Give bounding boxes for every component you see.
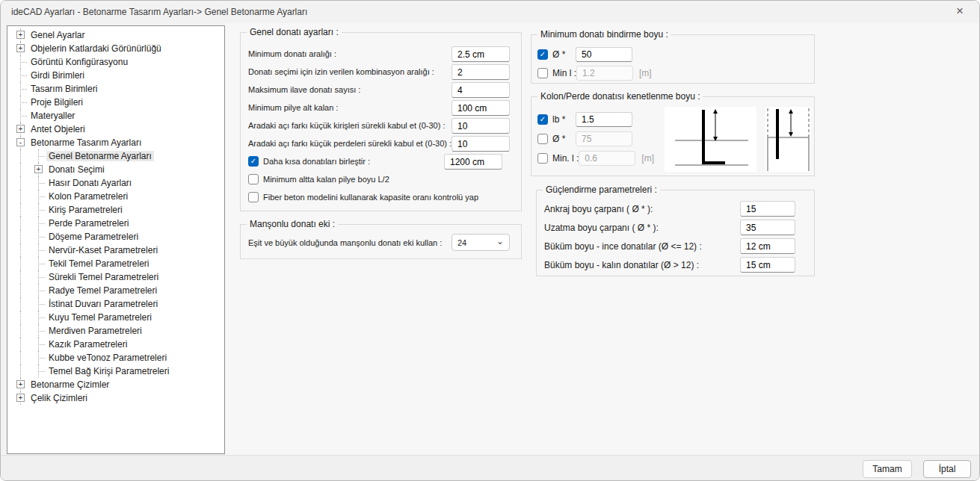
tree-item[interactable]: + Betonarme Çizimler <box>7 378 224 391</box>
field-label: Minimum donatı aralığı : <box>248 49 336 58</box>
tree-item[interactable]: Merdiven Parametreleri <box>7 324 224 338</box>
tree-item-label: Kubbe veTonoz Parametreleri <box>46 353 169 363</box>
tree-leaf-connector <box>20 89 27 90</box>
field-input[interactable] <box>576 66 633 81</box>
anchorage-diagram-l-bar <box>665 107 756 172</box>
tree-item-label: Nervür-Kaset Parametreleri <box>46 245 160 255</box>
field-input[interactable] <box>740 220 795 235</box>
field-input[interactable] <box>579 151 635 166</box>
tree-item[interactable]: Materyaller <box>7 109 224 122</box>
checkbox[interactable]: ✓ <box>248 192 259 202</box>
tree-item-label: Objelerin Katlardaki Görünürlüğü <box>28 43 164 54</box>
tree-expander-icon[interactable]: + <box>16 125 25 133</box>
tree-expander-icon[interactable]: + <box>16 31 25 39</box>
settings-content: Genel donatı ayarları : Minimum donatı a… <box>225 23 979 455</box>
field-input[interactable] <box>576 112 632 127</box>
tree-item[interactable]: Görüntü Konfigürasyonu <box>7 55 224 69</box>
tree-item[interactable]: + Antet Objeleri <box>7 122 224 136</box>
tree-item[interactable]: Genel Betonarme Ayarları <box>7 149 224 163</box>
tree-item[interactable]: Kuyu Temel Parametreleri <box>7 311 224 324</box>
tree-expander-icon[interactable]: + <box>16 394 25 402</box>
cancel-button[interactable]: İptal <box>923 460 971 478</box>
tree-item[interactable]: Hasır Donatı Ayarları <box>7 176 224 190</box>
field-input[interactable] <box>452 136 510 152</box>
checkbox[interactable]: ✓ <box>537 153 548 164</box>
form-row: Maksimum ilave donatı sayısı : <box>241 81 521 99</box>
tree-item[interactable]: Proje Bilgileri <box>7 96 224 109</box>
tree-item[interactable]: Tasarım Birimleri <box>7 82 224 96</box>
checkbox[interactable]: ✓ <box>248 156 259 167</box>
ok-button[interactable]: Tamam <box>863 460 912 478</box>
tree-leaf-connector <box>38 156 45 157</box>
field-input[interactable] <box>444 154 502 170</box>
mansonlu-dropdown[interactable]: 24 ⌄ <box>452 234 510 251</box>
field-input[interactable] <box>452 118 510 134</box>
field-input[interactable] <box>740 201 795 217</box>
checkmark-icon: ✓ <box>250 158 256 165</box>
tree-item-label: Kiriş Parametreleri <box>46 205 125 215</box>
field-input[interactable] <box>452 82 510 98</box>
tree-item[interactable]: + Objelerin Katlardaki Görünürlüğü <box>7 42 224 55</box>
tree-connector-line <box>20 190 21 203</box>
close-icon[interactable]: × <box>949 1 970 23</box>
field-label: Büküm boyu - kalın donatılar (Ø > 12) : <box>544 260 699 270</box>
tree-item[interactable]: + Genel Ayarlar <box>7 28 224 42</box>
tree-item[interactable]: Kubbe veTonoz Parametreleri <box>7 351 224 364</box>
tree-leaf-connector <box>38 291 45 291</box>
tree-expander-icon[interactable]: - <box>16 138 25 146</box>
tree-item[interactable]: İstinat Duvarı Parametreleri <box>7 297 224 311</box>
tree-item[interactable]: - Betonarme Tasarım Ayarları <box>7 136 224 149</box>
tree-connector-line <box>20 311 21 324</box>
form-row: Aradaki açı farkı küçük perdeleri sürekl… <box>241 134 521 152</box>
tree-item[interactable]: Temel Bağ Kirişi Parametreleri <box>7 364 224 378</box>
tree-expander-icon[interactable]: + <box>16 380 25 388</box>
tree-item[interactable]: Nervür-Kaset Parametreleri <box>7 243 224 257</box>
tree-leaf-connector <box>20 75 27 76</box>
tree-item[interactable]: + Donatı Seçimi <box>7 163 224 176</box>
field-label: Aradaki açı farkı küçük kirişleri sürekl… <box>248 121 445 130</box>
tree-item-label: Proje Bilgileri <box>28 97 85 108</box>
checkbox[interactable]: ✓ <box>537 134 548 144</box>
tree-item-label: Sürekli Temel Parametreleri <box>46 272 161 282</box>
checkbox[interactable]: ✓ <box>537 114 548 125</box>
tree-item[interactable]: Kazık Parametreleri <box>7 338 224 351</box>
field-input[interactable] <box>740 257 795 273</box>
tree-connector-line <box>20 351 21 364</box>
checkbox[interactable]: ✓ <box>537 68 548 78</box>
checkmark-icon: ✓ <box>540 51 546 58</box>
checkbox-label: Minimum altta kalan pilye boyu L/2 <box>263 175 389 184</box>
tree-leaf-connector <box>20 116 27 117</box>
field-input[interactable] <box>452 46 510 62</box>
chevron-down-icon: ⌄ <box>496 238 504 244</box>
field-input[interactable] <box>576 131 632 146</box>
tree-expander-icon[interactable]: + <box>34 165 43 173</box>
field-input[interactable] <box>452 100 510 116</box>
tree-item[interactable]: Girdi Birimleri <box>7 69 224 82</box>
tree-item[interactable]: + Çelik Çizimleri <box>7 391 224 405</box>
tree-item-label: Temel Bağ Kirişi Parametreleri <box>46 366 171 376</box>
checkbox[interactable]: ✓ <box>248 174 259 184</box>
tree-leaf-connector <box>38 223 45 224</box>
tree-item[interactable]: Perde Parametreleri <box>7 217 224 230</box>
tree-item[interactable]: Sürekli Temel Parametreleri <box>7 270 224 284</box>
tree-item[interactable]: Tekil Temel Parametreleri <box>7 257 224 270</box>
tree-expander-icon[interactable]: + <box>16 44 25 52</box>
tree-item-label: Perde Parametreleri <box>46 218 131 229</box>
tree-leaf-connector <box>38 331 45 332</box>
tree-item-label: Hasır Donatı Ayarları <box>46 178 134 188</box>
tree-leaf-connector <box>38 344 45 345</box>
tree-leaf-connector <box>38 183 45 184</box>
field-input[interactable] <box>740 238 795 254</box>
field-input[interactable] <box>452 64 510 80</box>
settings-tree: + Genel Ayarlar + Objelerin Katlardaki G… <box>7 25 225 454</box>
checkbox[interactable]: ✓ <box>537 49 548 60</box>
tree-item-label: Kolon Parametreleri <box>46 191 130 202</box>
tree-item[interactable]: Döşeme Parametreleri <box>7 230 224 243</box>
tree-connector-line <box>20 163 21 176</box>
tree-leaf-connector <box>20 62 27 63</box>
tree-item[interactable]: Radye Temel Parametreleri <box>7 284 224 297</box>
field-input[interactable] <box>576 47 632 62</box>
tree-item[interactable]: Kiriş Parametreleri <box>7 203 224 217</box>
tree-item[interactable]: Kolon Parametreleri <box>7 190 224 203</box>
form-row: Büküm boyu - ince donatılar (Ø <= 12) : <box>537 237 814 255</box>
